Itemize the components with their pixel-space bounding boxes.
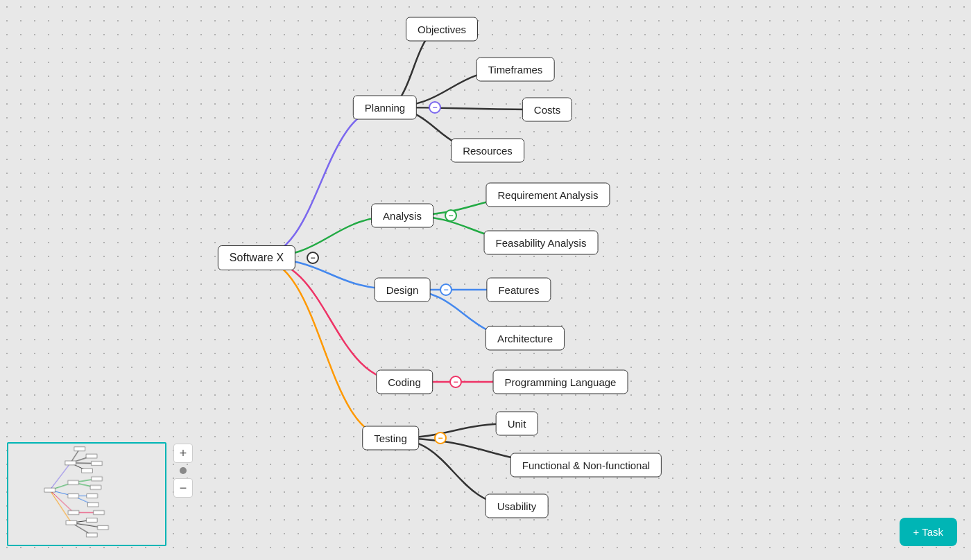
- node-timeframes[interactable]: Timeframes: [476, 58, 555, 82]
- node-planning[interactable]: Planning: [353, 96, 417, 120]
- zoom-controls: + −: [173, 444, 193, 498]
- node-root[interactable]: Software X: [218, 245, 295, 270]
- node-feasability_analysis[interactable]: Feasability Analysis: [484, 231, 599, 255]
- zoom-in-button[interactable]: +: [173, 444, 193, 463]
- node-usability[interactable]: Usability: [486, 494, 549, 518]
- node-programming_language[interactable]: Programming Language: [493, 370, 628, 394]
- node-objectives[interactable]: Objectives: [406, 17, 478, 42]
- node-functional[interactable]: Functional & Non-functional: [510, 453, 662, 478]
- node-requirement_analysis[interactable]: Requirement Analysis: [486, 183, 610, 207]
- cb-design[interactable]: [440, 283, 452, 296]
- node-design[interactable]: Design: [375, 278, 431, 302]
- cb-planning[interactable]: [429, 101, 441, 114]
- cb-testing[interactable]: [434, 432, 447, 444]
- cb-root[interactable]: [307, 252, 319, 264]
- minimap[interactable]: [7, 442, 166, 546]
- zoom-indicator: [180, 467, 187, 474]
- node-coding[interactable]: Coding: [376, 370, 433, 394]
- node-features[interactable]: Features: [486, 278, 551, 302]
- cb-analysis[interactable]: [445, 209, 457, 222]
- node-costs[interactable]: Costs: [522, 98, 572, 122]
- add-task-button[interactable]: + Task: [900, 518, 958, 546]
- cb-coding[interactable]: [449, 376, 462, 388]
- node-testing[interactable]: Testing: [362, 426, 419, 450]
- node-architecture[interactable]: Architecture: [486, 326, 565, 351]
- node-resources[interactable]: Resources: [451, 139, 524, 163]
- node-analysis[interactable]: Analysis: [371, 204, 433, 228]
- node-unit[interactable]: Unit: [496, 412, 538, 436]
- zoom-out-button[interactable]: −: [173, 478, 193, 498]
